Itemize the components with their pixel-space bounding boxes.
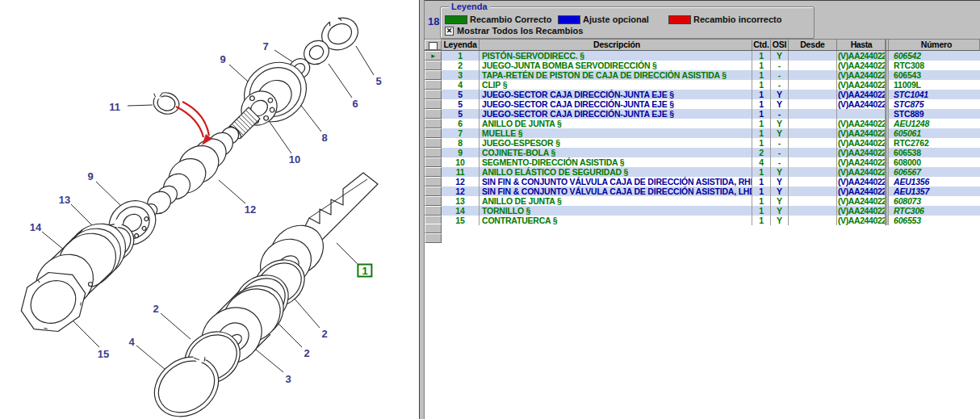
parts-list-panel: 18 Leyenda Recambio Correcto Ajuste opci… xyxy=(425,0,980,419)
cell-hasta: (V)AA244022 xyxy=(837,196,886,206)
diagram-callout-2[interactable]: 2 xyxy=(153,304,158,314)
row-selector[interactable] xyxy=(425,128,442,138)
legend-swatch-2 xyxy=(668,15,691,24)
column-header-hasta: Hasta xyxy=(837,40,886,50)
cell-leyenda: 3 xyxy=(442,70,480,80)
row-selector[interactable] xyxy=(425,148,442,157)
row-selector[interactable] xyxy=(425,206,442,216)
table-row[interactable]: 5JUEGO-SECTOR CAJA DIRECCIÓN-JUNTA EJE §… xyxy=(425,99,980,109)
table-row[interactable]: 12SIN FIN & CONJUNTO VÁLVULA CAJA DE DIR… xyxy=(425,177,980,186)
diagram-callout-8[interactable]: 8 xyxy=(321,132,327,143)
table-row[interactable]: 7MUELLE §1Y(V)AA244022605061 xyxy=(425,128,980,138)
diagram-callout-4[interactable]: 4 xyxy=(128,337,134,347)
cell-numero: 605061 xyxy=(889,128,980,138)
show-all-parts-checkbox[interactable]: ✕ xyxy=(445,27,454,36)
row-selector[interactable] xyxy=(425,177,442,186)
current-row-pointer[interactable]: ► xyxy=(425,51,442,61)
legend-groupbox: Leyenda Recambio Correcto Ajuste opciona… xyxy=(440,6,815,39)
table-row[interactable]: 11ANILLO ELÁSTICO DE SEGURIDAD §1Y(V)AA2… xyxy=(425,167,980,177)
cell-osi: Y xyxy=(771,90,789,99)
cell-desde xyxy=(789,51,837,61)
cell-hasta: (V)AA244022 xyxy=(837,157,886,167)
table-row[interactable]: 12SIN FIN & CONJUNTO VÁLVULA CAJA DE DIR… xyxy=(425,186,980,196)
diagram-callout-5[interactable]: 5 xyxy=(375,76,381,86)
diagram-callout-11[interactable]: 11 xyxy=(109,102,120,112)
row-selector[interactable] xyxy=(425,80,442,90)
table-row[interactable]: 2JUEGO-JUNTA BOMBA SERVODIRECCIÓN §1-(V)… xyxy=(425,61,980,70)
cell-descripcion: JUEGO-SECTOR CAJA DIRECCIÓN-JUNTA EJE § xyxy=(480,109,752,119)
row-selector[interactable] xyxy=(425,119,442,128)
diagram-callout-7[interactable]: 7 xyxy=(262,41,268,52)
cell-hasta: (V)AA244022 xyxy=(837,148,886,157)
diagram-callout-2[interactable]: 2 xyxy=(321,329,327,339)
cell-ctd: 2 xyxy=(752,148,771,157)
cell-ctd: 1 xyxy=(752,186,771,196)
row-selector[interactable] xyxy=(425,167,442,177)
cell-leyenda: 14 xyxy=(442,206,480,216)
column-header-osi: OSI xyxy=(771,40,789,50)
table-row[interactable]: ►1PISTÓN-SERVODIRECC. §1Y(V)AA2440226065… xyxy=(425,51,980,61)
cell-desde xyxy=(789,128,837,138)
red-assembly-arrow xyxy=(176,102,212,145)
cell-descripcion: JUEGO-SECTOR CAJA DIRECCIÓN-JUNTA EJE § xyxy=(480,99,752,109)
cell-leyenda: 13 xyxy=(442,196,480,206)
table-row[interactable]: 3TAPA-RETÉN DE PISTON DE CAJA DE DIRECCI… xyxy=(425,70,980,80)
legend-swatch-0 xyxy=(445,15,467,24)
cell-desde xyxy=(789,148,837,157)
cell-desde xyxy=(789,70,837,80)
diagram-callout-6[interactable]: 6 xyxy=(352,98,358,109)
diagram-callout-15[interactable]: 15 xyxy=(98,349,109,359)
parts-grid: LeyendaDescripciónCtd.OSIDesdeHastaNúmer… xyxy=(425,39,980,225)
cell-descripcion: TORNILLO § xyxy=(480,206,752,216)
table-row[interactable]: 5JUEGO-SECTOR CAJA DIRECCIÓN-JUNTA EJE §… xyxy=(425,90,980,99)
table-row[interactable]: 15CONTRATUERCA §1Y(V)AA244022606553 xyxy=(425,216,980,225)
diagram-callout-12[interactable]: 12 xyxy=(245,204,256,215)
table-row[interactable]: 5JUEGO-SECTOR CAJA DIRECCIÓN-JUNTA EJE §… xyxy=(425,109,980,119)
table-row[interactable]: 4CLIP §1-(V)AA24402211009L xyxy=(425,80,980,90)
cell-numero: AEU1356 xyxy=(889,177,980,186)
diagram-callout-3[interactable]: 3 xyxy=(285,374,291,384)
table-row[interactable]: 14TORNILLO §1Y(V)AA244022RTC306 xyxy=(425,206,980,216)
legend-swatch-1 xyxy=(558,15,580,24)
row-selector[interactable] xyxy=(425,157,442,167)
row-selector[interactable] xyxy=(425,70,442,80)
cell-desde xyxy=(789,167,837,177)
table-row[interactable]: 13ANILLO DE JUNTA §1Y(V)AA244022608073 xyxy=(425,196,980,206)
cell-osi: Y xyxy=(771,216,789,225)
diagram-callout-10[interactable]: 10 xyxy=(289,154,300,165)
cell-hasta xyxy=(837,109,886,119)
diagram-callout-13[interactable]: 13 xyxy=(59,195,70,205)
cell-osi: - xyxy=(771,70,789,80)
table-row[interactable]: 9COJINETE-BOLA §2-(V)AA244022606538 xyxy=(425,148,980,157)
row-selector[interactable] xyxy=(425,196,442,206)
table-row[interactable]: 6ANILLO DE JUNTA §1Y(V)AA244022AEU1248 xyxy=(425,119,980,128)
cell-numero: STC1041 xyxy=(889,90,980,99)
diagram-callout-9[interactable]: 9 xyxy=(87,171,93,182)
cell-descripcion: ANILLO DE JUNTA § xyxy=(480,119,752,128)
row-selector[interactable] xyxy=(425,138,442,148)
cell-leyenda: 5 xyxy=(442,109,480,119)
select-all-cell[interactable] xyxy=(425,40,442,50)
diagram-callout-2[interactable]: 2 xyxy=(304,348,309,358)
row-selector[interactable] xyxy=(425,99,442,109)
parts-catalogue-window: 795611810913121412242153 18 Leyenda Reca… xyxy=(0,0,980,419)
cell-osi: - xyxy=(771,61,789,70)
row-selector[interactable] xyxy=(425,61,442,70)
row-selector[interactable] xyxy=(425,186,442,196)
cell-ctd: 1 xyxy=(752,196,771,206)
row-selector[interactable] xyxy=(425,109,442,119)
row-selector[interactable] xyxy=(425,90,442,99)
cell-desde xyxy=(789,216,837,225)
cell-desde xyxy=(789,177,837,186)
cell-leyenda: 11 xyxy=(442,167,480,177)
cell-numero: 606543 xyxy=(889,70,980,80)
select-all-checkbox[interactable] xyxy=(429,42,438,50)
cell-osi: Y xyxy=(771,119,789,128)
cell-osi: Y xyxy=(771,196,789,206)
table-row[interactable]: 10SEGMENTO-DIRECCIÓN ASISTIDA §4-(V)AA24… xyxy=(425,157,980,167)
diagram-callout-14[interactable]: 14 xyxy=(30,222,41,233)
diagram-callout-1[interactable]: 1 xyxy=(357,264,372,278)
table-row[interactable]: 8JUEGO-ESPESOR §1-(V)AA244022RTC2762 xyxy=(425,138,980,148)
diagram-callout-9[interactable]: 9 xyxy=(220,54,225,65)
exploded-diagram-panel: 795611810913121412242153 xyxy=(0,0,419,419)
